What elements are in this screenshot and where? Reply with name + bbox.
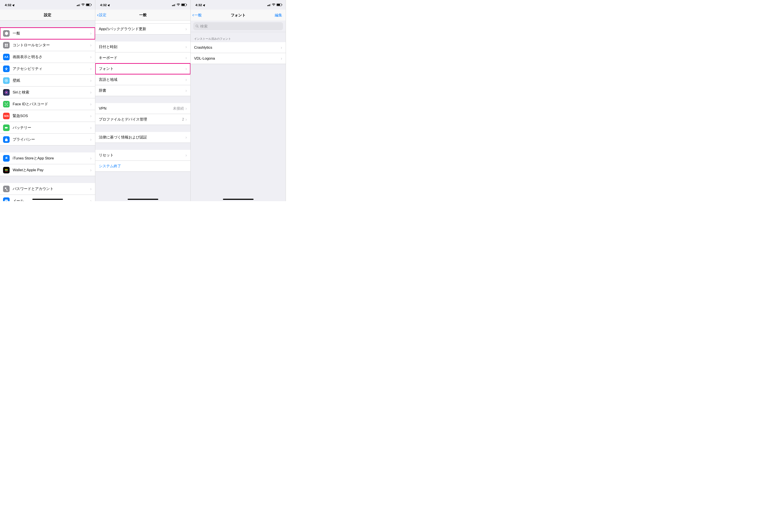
- row-shutdown[interactable]: システム終了: [95, 161, 190, 172]
- battery-row-icon: [3, 125, 10, 131]
- key-icon: [3, 186, 10, 192]
- svg-rect-14: [5, 170, 8, 170]
- row-mail[interactable]: メール ›: [0, 195, 95, 201]
- svg-point-8: [6, 92, 7, 93]
- row-label: リセット: [99, 153, 185, 158]
- nav-title: 設定: [44, 12, 51, 17]
- chevron-right-icon: ›: [90, 125, 92, 130]
- row-passwords[interactable]: パスワードとアカウント ›: [0, 183, 95, 195]
- battery-icon: [86, 3, 91, 6]
- row-sos[interactable]: SOS 緊急SOS ›: [0, 110, 95, 122]
- chevron-right-icon: ›: [185, 44, 187, 49]
- svg-point-4: [6, 67, 7, 68]
- chevron-left-icon: ‹: [97, 13, 99, 17]
- row-date-time[interactable]: 日付と時刻 ›: [95, 42, 190, 52]
- row-label: プロファイルとデバイス管理: [99, 117, 182, 122]
- row-font-item[interactable]: Crashlytics ›: [191, 42, 286, 53]
- status-bar: 4:32: [0, 0, 95, 10]
- font-list[interactable]: インストール済みのフォント Crashlytics › VDL-Logona ›: [191, 32, 286, 201]
- nav-bar: 設定: [0, 10, 95, 21]
- row-faceid[interactable]: Face IDとパスコード ›: [0, 98, 95, 110]
- sos-icon: SOS: [3, 113, 10, 119]
- row-accessibility[interactable]: アクセシビリティ ›: [0, 63, 95, 75]
- chevron-right-icon: ›: [90, 90, 92, 95]
- back-label: 一般: [194, 13, 202, 18]
- wifi-icon: [177, 3, 180, 6]
- nav-title: フォント: [231, 13, 246, 18]
- phone-font: 4:32 ‹ 一般 フォント 編集 検索 インストール済みのフォント Crash…: [191, 0, 286, 201]
- control-center-icon: [3, 42, 10, 49]
- row-privacy[interactable]: プライバシー ›: [0, 133, 95, 145]
- chevron-right-icon: ›: [90, 102, 92, 107]
- row-label: 言語と地域: [99, 77, 185, 82]
- svg-rect-2: [5, 45, 6, 47]
- chevron-right-icon: ›: [185, 88, 187, 93]
- wallet-icon: [3, 167, 10, 173]
- svg-rect-15: [5, 171, 8, 171]
- svg-point-16: [5, 187, 6, 189]
- search-input[interactable]: 検索: [193, 22, 283, 30]
- row-language[interactable]: 言語と地域 ›: [95, 74, 190, 85]
- row-font-item[interactable]: VDL-Logona ›: [191, 53, 286, 64]
- status-time: 4:32: [195, 3, 202, 7]
- row-battery[interactable]: バッテリー ›: [0, 122, 95, 133]
- row-itunes[interactable]: iTunes StoreとApp Store ›: [0, 152, 95, 164]
- chevron-right-icon: ›: [185, 26, 187, 31]
- row-keyboard[interactable]: キーボード ›: [95, 52, 190, 63]
- accessibility-icon: [3, 66, 10, 72]
- row-detail: 未接続: [173, 106, 184, 111]
- chevron-right-icon: ›: [185, 55, 187, 60]
- home-indicator[interactable]: [128, 199, 158, 200]
- back-button[interactable]: ‹ 一般: [192, 13, 202, 18]
- row-label: iTunes StoreとApp Store: [13, 156, 90, 161]
- status-time: 4:32: [5, 3, 11, 7]
- svg-rect-0: [5, 44, 6, 45]
- chevron-right-icon: ›: [185, 153, 187, 158]
- row-wallet[interactable]: WalletとApple Pay ›: [0, 164, 95, 176]
- chevron-right-icon: ›: [185, 77, 187, 82]
- row-detail: 2: [182, 117, 184, 122]
- mail-icon: [3, 197, 10, 201]
- section-header: インストール済みのフォント: [191, 32, 286, 42]
- appstore-icon: [3, 155, 10, 161]
- row-display[interactable]: AA 画面表示と明るさ ›: [0, 51, 95, 63]
- settings-list[interactable]: 一般 › コントロールセンター › AA 画面表示と明るさ › アクセシビリティ…: [0, 21, 95, 201]
- chevron-right-icon: ›: [90, 113, 92, 119]
- general-list[interactable]: Appのバックグラウンド更新 › 日付と時刻 › キーボード › フォント › …: [95, 21, 190, 201]
- row-label: VPN: [99, 106, 173, 111]
- chevron-right-icon: ›: [185, 135, 187, 140]
- row-label: バッテリー: [13, 125, 90, 130]
- status-bar: 4:32: [95, 0, 190, 10]
- row-general[interactable]: 一般 ›: [0, 28, 95, 39]
- row-wallpaper[interactable]: 壁紙 ›: [0, 75, 95, 87]
- row-reset[interactable]: リセット ›: [95, 150, 190, 161]
- home-indicator[interactable]: [223, 199, 254, 200]
- chevron-right-icon: ›: [90, 54, 92, 59]
- row-profile[interactable]: プロファイルとデバイス管理 2 ›: [95, 114, 190, 125]
- row-vpn[interactable]: VPN 未接続 ›: [95, 103, 190, 114]
- row-siri[interactable]: Siriと検索 ›: [0, 87, 95, 98]
- svg-rect-13: [5, 169, 8, 170]
- status-bar: 4:32: [191, 0, 286, 10]
- back-button[interactable]: ‹ 設定: [97, 12, 106, 17]
- svg-point-10: [7, 104, 7, 104]
- row-dictionary[interactable]: 辞書 ›: [95, 85, 190, 96]
- search-icon: [195, 24, 199, 28]
- row-label: WalletとApple Pay: [13, 167, 90, 172]
- row-control-center[interactable]: コントロールセンター ›: [0, 39, 95, 51]
- row-label: Face IDとパスコード: [13, 102, 90, 107]
- cellular-icon: [267, 4, 271, 6]
- row-bg-refresh[interactable]: Appのバックグラウンド更新 ›: [95, 24, 190, 35]
- row-legal[interactable]: 法律に基づく情報および認証 ›: [95, 132, 190, 143]
- home-indicator[interactable]: [32, 199, 63, 200]
- display-icon: AA: [3, 54, 10, 60]
- row-font[interactable]: フォント ›: [95, 63, 190, 74]
- row-label: フォント: [99, 66, 185, 71]
- nav-bar: ‹ 設定 一般: [95, 10, 190, 21]
- chevron-right-icon: ›: [90, 66, 92, 71]
- location-icon: [12, 3, 15, 7]
- battery-icon: [277, 3, 282, 6]
- search-placeholder: 検索: [200, 24, 208, 29]
- cellular-icon: [172, 4, 176, 6]
- edit-button[interactable]: 編集: [275, 13, 282, 18]
